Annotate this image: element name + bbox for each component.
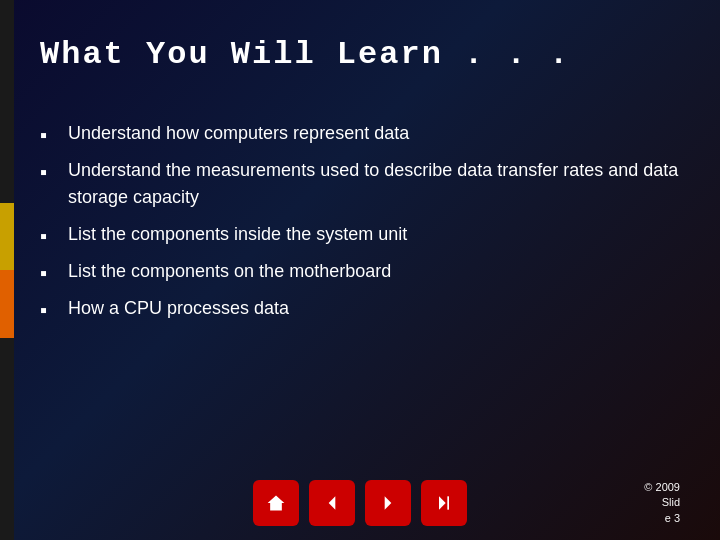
bar-dark-bottom <box>0 338 14 541</box>
bullet-item-3: List the components on the motherboard <box>40 258 680 285</box>
end-icon <box>434 493 454 513</box>
svg-marker-3 <box>439 496 446 509</box>
left-accent-bar <box>0 0 14 540</box>
bullet-list: Understand how computers represent dataU… <box>40 120 680 322</box>
forward-icon <box>378 493 398 513</box>
back-icon <box>322 493 342 513</box>
svg-marker-0 <box>268 496 285 511</box>
slide: What You Will Learn . . . Understand how… <box>0 0 720 540</box>
slide-number-area: © 2009 Slide 3 <box>644 480 680 526</box>
svg-marker-1 <box>329 496 336 509</box>
bullet-item-1: Understand the measurements used to desc… <box>40 157 680 211</box>
nav-buttons <box>253 480 467 526</box>
bar-orange <box>0 270 14 338</box>
bullet-item-0: Understand how computers represent data <box>40 120 680 147</box>
forward-button[interactable] <box>365 480 411 526</box>
bar-dark-top <box>0 0 14 203</box>
content-area: Understand how computers represent dataU… <box>40 120 680 460</box>
bullet-item-2: List the components inside the system un… <box>40 221 680 248</box>
svg-marker-2 <box>385 496 392 509</box>
slide-label: Slide 3 <box>662 496 680 523</box>
footer <box>40 480 680 526</box>
svg-rect-4 <box>447 496 449 509</box>
bar-gold <box>0 203 14 271</box>
back-button[interactable] <box>309 480 355 526</box>
home-button[interactable] <box>253 480 299 526</box>
bullet-item-4: How a CPU processes data <box>40 295 680 322</box>
slide-title: What You Will Learn . . . <box>40 36 680 73</box>
end-button[interactable] <box>421 480 467 526</box>
copyright-text: © 2009 <box>644 481 680 493</box>
home-icon <box>266 493 286 513</box>
